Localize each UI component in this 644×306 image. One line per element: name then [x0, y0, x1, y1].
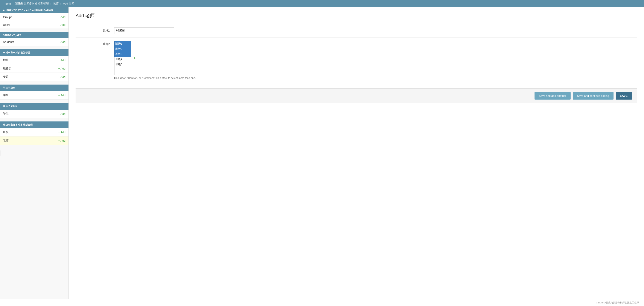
save-button[interactable]: SAVE	[616, 92, 632, 100]
name-field-container	[114, 28, 637, 34]
form-row-name: 姓名:	[76, 24, 637, 38]
main-content: Add 老师 姓名: 班级: 班级1 班级2 班级3	[69, 7, 644, 299]
save-add-another-button[interactable]: Save and add another	[534, 92, 570, 100]
sidebar-item-waiter[interactable]: 服务员 + Add	[0, 64, 68, 73]
footer: CSDN @想成为数据分析师的开发工程师	[0, 299, 644, 306]
sidebar-add-waiter[interactable]: + Add	[58, 67, 66, 70]
class-option-3[interactable]: 班级3	[114, 52, 131, 57]
sidebar-add-class[interactable]: + Add	[58, 131, 66, 134]
breadcrumb-sep3: ›	[60, 2, 61, 5]
sidebar-item-class[interactable]: 班级 + Add	[0, 128, 68, 136]
breadcrumb-sep1: ›	[13, 2, 14, 5]
class-option-1[interactable]: 班级1	[114, 41, 131, 46]
breadcrumb-section[interactable]: 班级和老师多对多模型管理	[15, 2, 49, 6]
class-label: 班级:	[76, 41, 114, 46]
footer-text: CSDN @想成为数据分析师的开发工程师	[596, 301, 639, 304]
breadcrumb: Home › 班级和老师多对多模型管理 › 老师 › Add 老师	[0, 0, 644, 7]
form-row-class: 班级: 班级1 班级2 班级3 班级4 班级5 + Hold down "Con…	[76, 38, 637, 83]
sidebar: AUTHENTICATION AND AUTHORIZATION Groups …	[0, 7, 69, 299]
name-input[interactable]	[114, 28, 174, 34]
sidebar-section-one-many: 一对一和一对多模型管理	[0, 49, 68, 56]
sidebar-item-groups[interactable]: Groups + Add	[0, 13, 68, 21]
sidebar-add-users[interactable]: + Add	[58, 23, 66, 26]
name-label: 姓名:	[76, 28, 114, 32]
add-teacher-form: 姓名: 班级: 班级1 班级2 班级3 班级4 班级5	[76, 24, 637, 83]
sidebar-section-auth: AUTHENTICATION AND AUTHORIZATION	[0, 7, 68, 13]
sidebar-add-groups[interactable]: + Add	[58, 16, 66, 19]
class-field-container: 班级1 班级2 班级3 班级4 班级5 + Hold down "Control…	[114, 41, 637, 80]
select-hint: Hold down "Control", or "Command" on a M…	[114, 76, 637, 80]
sidebar-add-teacher[interactable]: + Add	[58, 139, 66, 142]
sidebar-add-student3[interactable]: + Add	[58, 112, 66, 116]
sidebar-add-student2[interactable]: + Add	[58, 94, 66, 97]
sidebar-collapse-button[interactable]: «	[0, 150, 0, 156]
class-select[interactable]: 班级1 班级2 班级3 班级4 班级5	[114, 41, 132, 75]
sidebar-add-students1[interactable]: + Add	[58, 40, 66, 44]
sidebar-item-student2[interactable]: 学生 + Add	[0, 91, 68, 100]
sidebar-section-student-sub3: 学生子应用3	[0, 103, 68, 110]
class-option-4[interactable]: 班级4	[114, 57, 131, 62]
class-option-2[interactable]: 班级2	[114, 46, 131, 52]
breadcrumb-current: Add 老师	[63, 2, 74, 6]
sidebar-section-manytomany: 班级和老师多对多模型管理	[0, 122, 68, 128]
save-continue-button[interactable]: Save and continue editing	[573, 92, 614, 100]
page-title: Add 老师	[76, 12, 637, 19]
sidebar-section-student-app: STUDENT_APP	[0, 32, 68, 38]
breadcrumb-parent[interactable]: 老师	[53, 2, 58, 6]
sidebar-item-users[interactable]: Users + Add	[0, 21, 68, 29]
breadcrumb-sep2: ›	[50, 2, 51, 5]
class-option-5[interactable]: 班级5	[114, 62, 131, 67]
breadcrumb-home[interactable]: Home	[4, 2, 11, 5]
sidebar-add-restaurant[interactable]: + Add	[58, 75, 66, 78]
sidebar-item-address[interactable]: 地址 + Add	[0, 56, 68, 64]
sidebar-item-restaurant[interactable]: 餐馆 + Add	[0, 73, 68, 81]
class-add-button[interactable]: +	[134, 56, 136, 60]
action-bar: Save and add another Save and continue e…	[76, 88, 637, 103]
sidebar-item-student3[interactable]: 学生 + Add	[0, 110, 68, 118]
sidebar-section-student-sub: 学生子应用	[0, 84, 68, 91]
sidebar-item-students1[interactable]: Students + Add	[0, 38, 68, 46]
sidebar-add-address[interactable]: + Add	[58, 58, 66, 62]
select-row: 班级1 班级2 班级3 班级4 班级5 +	[114, 41, 637, 75]
sidebar-item-teacher[interactable]: 老师 + Add	[0, 136, 68, 145]
